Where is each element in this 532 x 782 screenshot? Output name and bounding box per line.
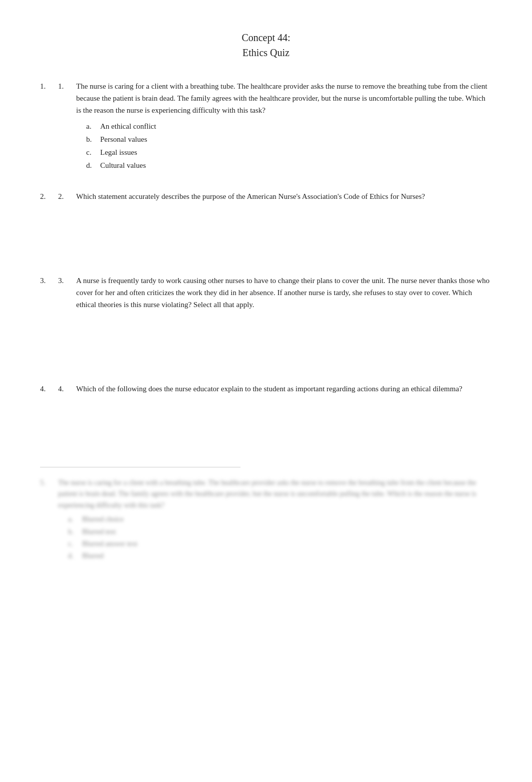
question-3-body: A nurse is frequently tardy to work caus…: [76, 275, 492, 365]
question-3-number: 3.: [58, 275, 76, 365]
question-1: 1. The nurse is caring for a client with…: [40, 80, 492, 172]
choice-1c: c. Legal issues: [86, 146, 492, 158]
blurred-choice-a: a. Blurred choice: [68, 514, 492, 525]
choice-1a: a. An ethical conflict: [86, 120, 492, 132]
choice-1d-text: Cultural values: [100, 159, 146, 171]
blurred-question-5: 5. The nurse is caring for a client with…: [40, 477, 492, 563]
questions-list: 1. The nurse is caring for a client with…: [40, 80, 492, 449]
blurred-choice-c: c. Blurred answer text: [68, 539, 492, 550]
question-4: 4. Which of the following does the nurse…: [40, 383, 492, 449]
blurred-choice-d-label: d.: [68, 551, 82, 562]
blurred-choice-c-label: c.: [68, 539, 82, 550]
question-3-text: A nurse is frequently tardy to work caus…: [76, 275, 492, 311]
question-1-choices: a. An ethical conflict b. Personal value…: [76, 120, 492, 171]
choice-1a-label: a.: [86, 120, 100, 132]
blurred-choice-b-label: b.: [68, 527, 82, 538]
question-2-text: Which statement accurately describes the…: [76, 190, 492, 202]
question-2: 2. Which statement accurately describes …: [40, 190, 492, 256]
question-1-body: The nurse is caring for a client with a …: [76, 80, 492, 172]
blurred-choice-a-label: a.: [68, 514, 82, 525]
question-2-answer-space: [76, 206, 492, 256]
question-1-text: The nurse is caring for a client with a …: [76, 80, 492, 116]
blurred-question-5-text: The nurse is caring for a client with a …: [58, 477, 492, 511]
blurred-choice-d-text: Blurred: [82, 551, 104, 562]
blurred-choice-b: b. Blurred text: [68, 527, 492, 538]
question-4-number: 4.: [58, 383, 76, 449]
blurred-choice-a-text: Blurred choice: [82, 514, 124, 525]
blurred-text-block: 5. The nurse is caring for a client with…: [40, 477, 492, 563]
choice-1a-text: An ethical conflict: [100, 120, 156, 132]
blurred-question-5-number: 5.: [40, 477, 58, 563]
question-3-answer-space: [76, 315, 492, 365]
blurred-choices-list: a. Blurred choice b. Blurred text c. Blu…: [58, 514, 492, 562]
blurred-choice-d: d. Blurred: [68, 551, 492, 562]
choice-1d: d. Cultural values: [86, 159, 492, 171]
question-2-body: Which statement accurately describes the…: [76, 190, 492, 256]
title-line2: Ethics Quiz: [40, 45, 492, 60]
question-4-body: Which of the following does the nurse ed…: [76, 383, 492, 449]
blurred-choice-c-text: Blurred answer text: [82, 539, 137, 550]
choice-1c-label: c.: [86, 146, 100, 158]
choice-1c-text: Legal issues: [100, 146, 137, 158]
choice-1d-label: d.: [86, 159, 100, 171]
question-4-text: Which of the following does the nurse ed…: [76, 383, 492, 395]
question-1-number: 1.: [58, 80, 76, 172]
title-line1: Concept 44:: [40, 30, 492, 45]
blurred-question-5-body: The nurse is caring for a client with a …: [58, 477, 492, 563]
choice-1b-label: b.: [86, 133, 100, 145]
section-divider: [40, 467, 240, 467]
question-3: 3. A nurse is frequently tardy to work c…: [40, 275, 492, 365]
choice-1b-text: Personal values: [100, 133, 147, 145]
choice-1b: b. Personal values: [86, 133, 492, 145]
blurred-section: 5. The nurse is caring for a client with…: [40, 477, 492, 563]
question-2-number: 2.: [58, 190, 76, 256]
blurred-choice-b-text: Blurred text: [82, 527, 116, 538]
question-4-answer-space: [76, 399, 492, 449]
page-title: Concept 44: Ethics Quiz: [40, 30, 492, 60]
